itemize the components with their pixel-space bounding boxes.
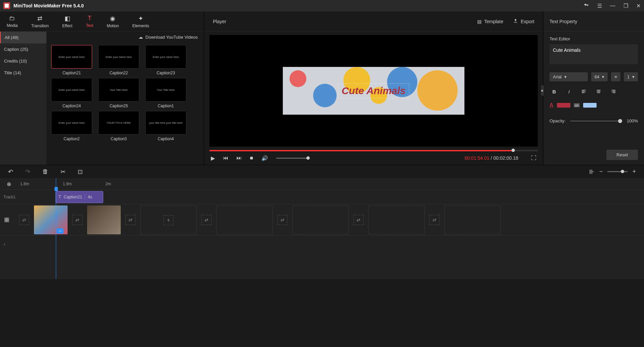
tab-media[interactable]: 🗀Media (7, 15, 18, 28)
transition-slot[interactable]: ⇄ (19, 215, 29, 225)
video-clip[interactable]: ✂ (34, 205, 68, 234)
ruler-mark: 2m (105, 182, 111, 186)
play-button[interactable]: ▶ (211, 155, 215, 161)
tab-transition[interactable]: ⇄Transition (31, 15, 49, 28)
opacity-slider[interactable] (570, 121, 622, 121)
bold-button[interactable]: B (550, 87, 559, 96)
empty-clip-slot[interactable]: + (140, 205, 197, 234)
thumbnail-label: Caption23 (157, 71, 175, 75)
sidebar-item-credits[interactable]: Credits (10) (0, 55, 46, 67)
sidebar-item-all[interactable]: All (49) (0, 32, 46, 43)
empty-clip-slot[interactable] (292, 205, 349, 234)
zoom-in-button[interactable]: + (632, 168, 636, 175)
thumbnail-label: Caption24 (63, 104, 81, 108)
caption-thumbnail[interactable]: YOUR TITLE HERE (98, 111, 139, 134)
caption-thumbnail[interactable]: your title here your title here (145, 111, 186, 134)
add-track-button[interactable]: ⊕ (7, 181, 11, 187)
caption-thumbnail[interactable]: Your Title Here (145, 78, 186, 102)
transition-slot[interactable]: ⇄ (277, 215, 288, 225)
sidebar-item-caption[interactable]: Caption (25) (0, 43, 46, 55)
empty-clip-slot[interactable] (444, 205, 501, 234)
delete-button[interactable]: 🗑 (42, 168, 48, 175)
prev-frame-button[interactable]: ⏮ (223, 155, 228, 161)
line-value-select[interactable]: 1▾ (624, 72, 638, 81)
zoom-out-button[interactable]: − (599, 168, 603, 175)
redo-button[interactable]: ↷ (25, 168, 30, 176)
tab-label: Effect (62, 24, 72, 28)
zoom-slider[interactable] (607, 171, 628, 172)
volume-icon[interactable]: 🔊 (261, 155, 268, 161)
caption-thumbnail[interactable]: Enter your name here (51, 111, 92, 134)
align-right-button[interactable] (609, 87, 618, 96)
minimize-icon[interactable]: — (610, 3, 615, 9)
crop-button[interactable]: ⊡ (78, 168, 83, 176)
caption-thumbnail[interactable]: Enter your name here (51, 45, 92, 69)
split-badge-icon: ✂ (57, 228, 64, 234)
line-spacing-icon: ≡ (614, 74, 617, 79)
export-button[interactable]: Export (513, 18, 534, 25)
fit-button[interactable]: ⊪ (589, 168, 595, 176)
sidebar-item-title[interactable]: Title (14) (0, 67, 46, 79)
font-family-select[interactable]: Arial▾ (550, 72, 588, 81)
caption-thumbnail[interactable]: Enter your name here (145, 45, 186, 69)
stop-button[interactable]: ■ (250, 155, 253, 161)
audio-track-icon: ♪ (0, 236, 19, 252)
thumbnail-label: Caption22 (110, 71, 128, 75)
template-button[interactable]: ▤ Template (477, 18, 503, 25)
time-current: 00:01:54.01 (464, 155, 489, 161)
thumbnail-label: Caption3 (111, 137, 127, 141)
ruler-mark: 1.8m (20, 182, 29, 186)
opacity-label: Opacity: (550, 118, 566, 123)
highlight-color-swatch[interactable] (583, 103, 597, 108)
text-editor-label: Text Editor (550, 36, 638, 41)
fullscreen-button[interactable]: ⛶ (531, 155, 536, 161)
ruler-mark: 1.9m (63, 182, 72, 186)
thumbnail-label: Caption25 (110, 104, 128, 108)
thumbnail-label: Caption2 (64, 137, 80, 141)
key-icon[interactable] (584, 2, 589, 9)
split-button[interactable]: ✂ (61, 168, 66, 176)
panel-expand-button[interactable]: ▶ (541, 85, 544, 95)
caption-thumbnail[interactable]: Enter your name here (98, 45, 139, 69)
next-frame-button[interactable]: ⏭ (236, 155, 242, 161)
transition-slot[interactable]: ⇄ (201, 215, 212, 225)
line-spacing-button[interactable]: ≡ (611, 72, 620, 81)
empty-clip-slot[interactable] (368, 205, 425, 234)
video-preview[interactable]: Cute Animals (210, 35, 538, 147)
volume-slider[interactable] (276, 158, 310, 159)
empty-clip-slot[interactable] (216, 205, 273, 234)
menu-icon[interactable]: ☰ (597, 3, 602, 9)
text-color-swatch[interactable] (557, 103, 570, 108)
font-size-select[interactable]: 64▾ (591, 72, 608, 81)
tab-label: Text (86, 23, 93, 28)
transition-slot[interactable]: ⇄ (125, 215, 136, 225)
video-clip[interactable] (87, 205, 121, 234)
tab-label: Elements (132, 24, 149, 28)
transition-slot[interactable]: ⇄ (353, 215, 364, 225)
video-progress-bar[interactable] (210, 150, 538, 151)
time-total: 00:02:00.18 (493, 155, 518, 161)
tab-text[interactable]: TText (86, 15, 93, 28)
caption-thumbnail[interactable]: Your Title Here (98, 78, 139, 102)
video-text-overlay[interactable]: Cute Animals (338, 83, 410, 98)
undo-button[interactable]: ↶ (8, 168, 13, 176)
align-left-button[interactable] (579, 87, 589, 96)
text-editor-input[interactable] (550, 44, 638, 64)
close-icon[interactable]: ✕ (636, 3, 641, 9)
tab-elements[interactable]: ✦Elements (132, 15, 149, 28)
thumbnail-label: Caption21 (63, 71, 81, 75)
text-clip[interactable]: T Caption21 4s (55, 191, 103, 203)
transition-slot[interactable]: ⇄ (72, 215, 82, 225)
italic-button[interactable]: I (564, 87, 574, 96)
transition-slot[interactable]: ⇄ (429, 215, 440, 225)
maximize-icon[interactable]: ❐ (623, 3, 628, 9)
playhead[interactable] (54, 187, 58, 191)
opacity-value: 100% (627, 118, 638, 123)
svg-rect-0 (5, 4, 9, 8)
download-youtube-button[interactable]: ☁ Download YouTube Videos (46, 32, 204, 42)
tab-motion[interactable]: ◉Motion (107, 15, 119, 28)
reset-button[interactable]: Reset (606, 150, 638, 160)
caption-thumbnail[interactable]: Enter your name here (51, 78, 92, 102)
tab-effect[interactable]: ◧Effect (62, 15, 72, 28)
align-center-button[interactable] (594, 87, 603, 96)
